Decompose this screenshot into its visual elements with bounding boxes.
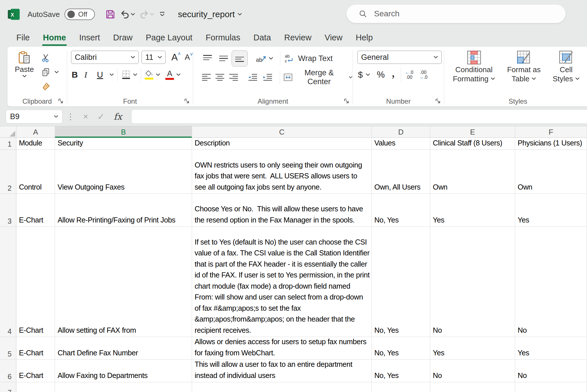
name-box[interactable]: B9 (6, 110, 62, 123)
row-header-3[interactable]: 3 (0, 194, 16, 227)
document-title[interactable]: security_report (178, 9, 235, 19)
cell-B5[interactable]: Chart Define Fax Number (55, 337, 192, 360)
column-header-C[interactable]: C (192, 126, 372, 138)
increase-indent-button[interactable] (263, 73, 273, 81)
cell-C7[interactable] (192, 382, 372, 392)
merge-center-button[interactable]: Merge & Center (283, 68, 342, 86)
column-header-B[interactable]: B (55, 126, 192, 138)
percent-style-button[interactable]: % (377, 70, 385, 80)
cell-A5[interactable]: E-Chart (16, 337, 55, 360)
tab-insert[interactable]: Insert (73, 29, 107, 47)
tab-help[interactable]: Help (349, 29, 379, 47)
column-header-E[interactable]: E (430, 126, 515, 138)
tab-page-layout[interactable]: Page Layout (139, 29, 199, 47)
underline-button[interactable]: U (97, 70, 109, 80)
cell-A1[interactable]: Module (16, 138, 55, 150)
align-middle-button[interactable] (216, 54, 232, 62)
cell-A6[interactable]: E-Chart (16, 360, 55, 382)
underline-chevron-icon[interactable] (109, 73, 114, 76)
select-all-corner[interactable] (0, 126, 16, 138)
cell-A7[interactable] (16, 382, 55, 392)
accounting-chevron-icon[interactable] (366, 73, 370, 76)
autosave-toggle[interactable]: Off (64, 9, 95, 20)
undo-button[interactable] (120, 9, 135, 19)
tab-file[interactable]: File (10, 29, 36, 47)
cell-E1[interactable]: Clinical Staff (8 Users) (430, 138, 515, 150)
row-header-2[interactable]: 2 (0, 150, 16, 194)
cell-F1[interactable]: Physicians (1 Users) (515, 138, 587, 150)
cell-D5[interactable]: No, Yes (372, 337, 430, 360)
orientation-chevron-icon[interactable] (269, 57, 273, 60)
merge-center-chevron-icon[interactable] (349, 76, 353, 79)
cell-B4[interactable]: Allow setting of FAX from (55, 227, 192, 337)
cell-A3[interactable]: E-Chart (16, 194, 55, 227)
cell-A2[interactable]: Control (16, 150, 55, 194)
align-left-button[interactable] (199, 73, 213, 81)
number-dialog-launcher-icon[interactable] (435, 98, 441, 104)
font-color-chevron-icon[interactable] (176, 73, 181, 76)
cell-D6[interactable]: No, Yes (372, 360, 430, 382)
row-header-6[interactable]: 6 (0, 360, 16, 382)
align-top-button[interactable] (199, 54, 216, 62)
cell-E6[interactable]: No (430, 360, 515, 382)
cell-styles-button[interactable]: Cell Styles (553, 50, 580, 96)
cell-B7[interactable] (55, 382, 192, 392)
decrease-decimal-button[interactable]: .00→.0 (419, 70, 427, 80)
fill-color-button[interactable] (144, 70, 154, 80)
align-center-button[interactable] (213, 73, 227, 81)
cancel-button[interactable]: × (81, 111, 90, 122)
clipboard-dialog-launcher-icon[interactable] (58, 98, 64, 104)
cell-B6[interactable]: Allow Faxing to Departments (55, 360, 192, 382)
increase-font-size-button[interactable]: A˄ (171, 52, 181, 63)
formula-bar-separator[interactable]: ⋮ (66, 112, 75, 121)
cell-F3[interactable]: Yes (515, 194, 587, 227)
tab-home[interactable]: Home (36, 29, 73, 47)
cell-F6[interactable]: No (515, 360, 587, 382)
number-format-select[interactable]: General (357, 51, 442, 64)
filename-dropdown-chevron-icon[interactable] (238, 13, 242, 16)
bold-button[interactable]: B (72, 70, 84, 80)
format-as-table-button[interactable]: Format as Table (507, 50, 541, 96)
cell-E3[interactable]: Yes (430, 194, 515, 227)
tab-draw[interactable]: Draw (107, 29, 139, 47)
paste-button[interactable]: Paste (12, 51, 37, 96)
cell-D7[interactable] (372, 382, 430, 392)
cell-F7[interactable] (515, 382, 587, 392)
fill-color-chevron-icon[interactable] (156, 73, 160, 76)
decrease-indent-button[interactable] (248, 73, 258, 81)
wrap-text-button[interactable]: ab c Wrap Text (284, 54, 333, 63)
accounting-format-button[interactable]: $ (358, 70, 363, 80)
cell-E7[interactable] (430, 382, 515, 392)
borders-chevron-icon[interactable] (133, 73, 137, 76)
tab-review[interactable]: Review (278, 29, 318, 47)
cell-D3[interactable]: No, Yes (372, 194, 430, 227)
cell-E2[interactable]: Own (430, 150, 515, 194)
cell-F4[interactable]: No (515, 227, 587, 337)
quick-access-overflow-button[interactable] (158, 10, 166, 18)
cell-C5[interactable]: Allows or denies access for users to set… (192, 337, 372, 360)
align-bottom-button[interactable] (232, 50, 248, 66)
row-header-1[interactable]: 1 (0, 138, 16, 150)
align-right-button[interactable] (227, 73, 240, 81)
cell-B2[interactable]: View Outgoing Faxes (55, 150, 192, 194)
cell-E5[interactable]: Yes (430, 337, 515, 360)
cell-A4[interactable]: E-Chart (16, 227, 55, 337)
column-header-F[interactable]: F (515, 126, 587, 138)
increase-decimal-button[interactable]: ←.0.00 (405, 70, 413, 80)
cell-B1[interactable]: Security (55, 138, 192, 150)
row-header-5[interactable]: 5 (0, 337, 16, 360)
italic-button[interactable]: I (84, 70, 97, 80)
cell-F2[interactable]: Own (515, 150, 587, 194)
cell-C3[interactable]: Choose Yes or No. This will allow these … (192, 194, 372, 227)
cell-D1[interactable]: Values (372, 138, 430, 150)
cell-F5[interactable]: Yes (515, 337, 587, 360)
decrease-font-size-button[interactable]: A˅ (185, 53, 193, 62)
orientation-button[interactable]: ab (255, 54, 267, 63)
save-button[interactable] (105, 9, 116, 20)
cut-button[interactable] (41, 51, 59, 65)
alignment-dialog-launcher-icon[interactable] (343, 98, 350, 104)
tab-view[interactable]: View (318, 29, 349, 47)
font-size-select[interactable]: 11 (142, 51, 166, 64)
comma-style-button[interactable]: , (392, 70, 395, 75)
column-header-D[interactable]: D (372, 126, 430, 138)
